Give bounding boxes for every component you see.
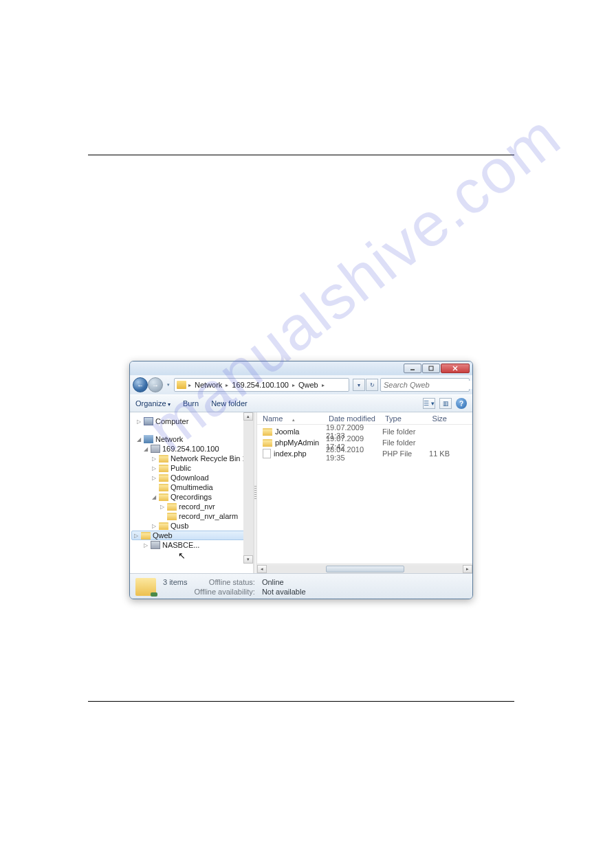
- title-bar: [130, 361, 472, 375]
- server-icon: [151, 445, 160, 453]
- breadcrumb[interactable]: ▸ Network ▸ 169.254.100.100 ▸ Qweb ▸: [174, 378, 349, 392]
- col-date[interactable]: Date modified: [326, 414, 382, 423]
- burn-button[interactable]: Burn: [183, 399, 199, 408]
- tree-computer[interactable]: ▷Computer: [131, 416, 252, 426]
- col-size[interactable]: Size: [422, 414, 450, 423]
- offline-avail-value: Not available: [262, 588, 306, 596]
- page-bottom-rule: [88, 701, 514, 702]
- folder-icon: [159, 484, 168, 491]
- new-folder-button[interactable]: New folder: [211, 399, 248, 408]
- search-input[interactable]: [384, 381, 473, 389]
- minimize-button[interactable]: [404, 364, 421, 373]
- page-top-rule: [88, 155, 514, 155]
- tree-record-nvr[interactable]: ▷record_nvr: [131, 502, 252, 511]
- back-button[interactable]: ←: [133, 377, 148, 392]
- scroll-thumb[interactable]: [326, 566, 404, 572]
- folder-icon: [141, 532, 151, 539]
- maximize-button[interactable]: [422, 364, 440, 373]
- tree-qdownload[interactable]: ▷Qdownload: [131, 473, 252, 482]
- window-controls: [404, 364, 470, 373]
- folder-icon: [177, 381, 186, 389]
- tree-qrecordings[interactable]: ◢Qrecordings: [131, 492, 252, 502]
- nav-bar: ← → ▾ ▸ Network ▸ 169.254.100.100 ▸ Qweb…: [130, 375, 472, 394]
- server-icon: [151, 541, 160, 549]
- svg-rect-1: [429, 366, 433, 370]
- tree-qusb[interactable]: ▷Qusb: [131, 521, 252, 531]
- search-box[interactable]: 🔍: [380, 378, 470, 392]
- tree-network[interactable]: ◢Network: [131, 434, 252, 444]
- tree-nas[interactable]: ▷NASBCE...: [131, 540, 252, 550]
- breadcrumb-qweb[interactable]: Qweb: [297, 381, 320, 389]
- view-menu[interactable]: ☰ ▾: [423, 398, 435, 409]
- folder-icon: [167, 513, 177, 520]
- col-type[interactable]: Type: [382, 414, 422, 423]
- scroll-down-icon[interactable]: ▾: [243, 555, 253, 564]
- explorer-window: ← → ▾ ▸ Network ▸ 169.254.100.100 ▸ Qweb…: [129, 361, 473, 599]
- scroll-right-icon[interactable]: ▸: [463, 565, 472, 573]
- cursor-icon: ↖: [178, 550, 186, 561]
- breadcrumb-dropdown[interactable]: ▾: [353, 379, 365, 391]
- history-dropdown[interactable]: ▾: [165, 382, 172, 388]
- offline-status-value: Online: [262, 578, 306, 586]
- status-item-count: 3 items: [163, 578, 187, 586]
- scroll-left-icon[interactable]: ◂: [257, 565, 267, 573]
- scroll-up-icon[interactable]: ▴: [243, 412, 253, 421]
- content-area: ▷Computer ◢Network ◢169.254.100.100 ▷Net…: [130, 412, 472, 573]
- horizontal-scrollbar[interactable]: ◂ ▸: [257, 564, 472, 573]
- col-name[interactable]: Name▴: [260, 414, 326, 423]
- folder-icon: [159, 465, 168, 472]
- status-bar: 3 items Offline status: Online Offline a…: [130, 573, 472, 599]
- breadcrumb-sep-icon: ▸: [322, 382, 325, 388]
- folder-icon: [159, 493, 168, 501]
- list-pane: Name▴ Date modified Type Size Joomla 19.…: [257, 412, 472, 573]
- tree-record-nvr-alarm[interactable]: record_nvr_alarm: [131, 511, 252, 521]
- folder-icon: [159, 522, 168, 530]
- refresh-button[interactable]: ↻: [366, 379, 378, 391]
- tree-recycle[interactable]: ▷Network Recycle Bin 1: [131, 454, 252, 463]
- splitter[interactable]: [254, 412, 257, 573]
- toolbar: Organize Burn New folder ☰ ▾ ▥ ?: [130, 394, 472, 412]
- forward-button[interactable]: →: [148, 377, 163, 392]
- tree-qweb[interactable]: ▷Qweb: [131, 531, 252, 540]
- status-folder-icon: [135, 578, 156, 596]
- nav-arrows: ← →: [133, 377, 163, 392]
- close-button[interactable]: [441, 364, 470, 373]
- breadcrumb-network[interactable]: Network: [193, 381, 223, 389]
- file-list: Joomla 19.07.2009 21:33 File folder phpM…: [257, 425, 472, 460]
- sort-asc-icon: ▴: [292, 417, 295, 422]
- tree-ip[interactable]: ◢169.254.100.100: [131, 444, 252, 454]
- preview-pane-button[interactable]: ▥: [439, 398, 452, 409]
- file-row[interactable]: index.php 28.04.2010 19:35 PHP File 11 K…: [260, 448, 470, 459]
- folder-icon: [159, 474, 168, 482]
- offline-avail-label: Offline availability:: [194, 588, 254, 596]
- folder-icon: [159, 455, 168, 463]
- folder-icon: [263, 439, 272, 447]
- offline-status-label: Offline status:: [194, 578, 254, 586]
- help-icon[interactable]: ?: [456, 398, 467, 409]
- organize-menu[interactable]: Organize: [135, 399, 171, 408]
- tree-public[interactable]: ▷Public: [131, 463, 252, 473]
- breadcrumb-sep-icon: ▸: [292, 382, 295, 388]
- folder-icon: [263, 428, 272, 436]
- tree-pane: ▷Computer ◢Network ◢169.254.100.100 ▷Net…: [130, 412, 254, 573]
- breadcrumb-sep-icon: ▸: [188, 382, 191, 388]
- folder-icon: [167, 503, 177, 511]
- tree-scrollbar[interactable]: ▴ ▾: [243, 412, 253, 564]
- breadcrumb-sep-icon: ▸: [226, 382, 228, 388]
- computer-icon: [144, 417, 153, 425]
- file-icon: [263, 449, 271, 458]
- network-icon: [144, 435, 153, 443]
- breadcrumb-ip[interactable]: 169.254.100.100: [230, 381, 290, 389]
- tree-qmultimedia[interactable]: Qmultimedia: [131, 482, 252, 492]
